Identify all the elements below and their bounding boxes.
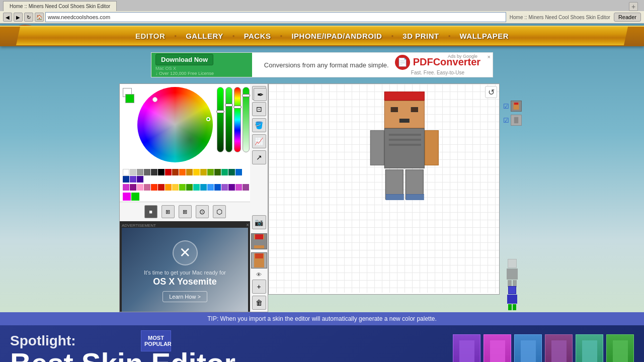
brush-round-btn[interactable]: ⊙ — [196, 205, 209, 218]
swatch-medgreen[interactable] — [186, 184, 193, 191]
saturation-slider[interactable] — [225, 87, 232, 152]
editor-canvas[interactable] — [269, 84, 499, 293]
color-palette-row1 — [120, 167, 250, 184]
tool-add[interactable]: + — [252, 280, 266, 294]
nav-item-3dprint[interactable]: 3D PRINT — [393, 32, 448, 40]
swatch-black[interactable] — [158, 169, 165, 175]
swatch-crimson[interactable] — [158, 184, 165, 191]
layer1-checkbox[interactable]: ☑ — [503, 103, 509, 110]
nav-item-editor[interactable]: EDITOR — [126, 32, 174, 40]
swatch-brightlime[interactable] — [179, 184, 186, 191]
swatch-skyblue[interactable] — [200, 184, 207, 191]
osx-ad-background: ✕ It's time to get your Mac ready for OS… — [122, 228, 248, 312]
swatch-brightgreen[interactable] — [131, 193, 139, 201]
swatch-midblue[interactable] — [214, 184, 221, 191]
swatch-brightred[interactable] — [151, 184, 157, 191]
new-tab-btn[interactable]: + — [629, 2, 638, 11]
skin-thumb-4[interactable] — [545, 334, 573, 363]
hue-slider[interactable] — [234, 87, 241, 152]
swatch-verydark[interactable] — [151, 169, 157, 175]
tool-chart[interactable]: 📈 — [252, 134, 266, 148]
skin-thumb-2[interactable] — [484, 334, 511, 363]
tool-camera[interactable]: 📷 — [252, 215, 266, 229]
skin-thumb-1[interactable] — [453, 334, 480, 363]
swatch-darkgreen[interactable] — [214, 169, 221, 175]
background-swatch[interactable] — [125, 94, 134, 103]
brush-size-medium[interactable]: ⊞ — [162, 205, 175, 218]
swatch-gold[interactable] — [172, 184, 179, 191]
swatch-plum[interactable] — [243, 184, 249, 191]
swatch-gray[interactable] — [137, 169, 143, 175]
skin-gallery — [453, 334, 634, 363]
brush-size-large[interactable]: ⊞ — [179, 205, 192, 218]
address-bar[interactable] — [45, 12, 506, 22]
swatch-indigo[interactable] — [228, 184, 235, 191]
reload-btn[interactable]: ↻ — [24, 13, 33, 22]
home-btn[interactable]: 🏠 — [35, 13, 44, 22]
skin-thumb-3[interactable] — [514, 334, 542, 363]
swatch-teal[interactable] — [221, 169, 228, 175]
reader-btn[interactable]: Reader — [614, 13, 641, 22]
swatch-hotmagenta[interactable] — [123, 193, 131, 201]
color-wheel[interactable] — [137, 87, 213, 162]
swatch-darkgray[interactable] — [144, 169, 150, 175]
swatch-brightorange[interactable] — [165, 184, 172, 191]
canvas-panel[interactable]: ↺ — [268, 83, 500, 295]
tool-share[interactable]: ↗ — [252, 150, 266, 164]
ad-close-button[interactable]: × — [488, 54, 491, 60]
alpha-slider[interactable] — [243, 87, 250, 152]
layer2-checkbox[interactable]: ☑ — [503, 117, 509, 124]
swatch-magenta[interactable] — [123, 184, 129, 191]
swatch-darkorange[interactable] — [186, 169, 193, 175]
learn-how-button[interactable]: Learn How > — [163, 291, 207, 302]
swatch-orchid[interactable] — [235, 184, 242, 191]
nav-item-packs[interactable]: PACKS — [235, 32, 280, 40]
swatch-darkmagenta[interactable] — [130, 184, 136, 191]
visibility-toggle[interactable]: 👁 — [256, 272, 262, 278]
swatch-yellow[interactable] — [193, 169, 200, 175]
layer2-thumb[interactable] — [511, 115, 522, 126]
nav-item-gallery[interactable]: GALLERY — [177, 32, 232, 40]
brush-square-btn[interactable]: ⬡ — [213, 205, 226, 218]
browser-tab[interactable]: Home :: Miners Need Cool Shoes Skin Edit… — [3, 1, 117, 11]
tool-select[interactable]: ⊡ — [252, 102, 266, 116]
swatch-darkteal[interactable] — [228, 169, 235, 175]
swatch-orange[interactable] — [179, 169, 186, 175]
brush-size-small[interactable]: ■ — [144, 205, 157, 218]
swatch-red[interactable] — [165, 169, 172, 175]
swatch-aqua[interactable] — [193, 184, 200, 191]
swatch-darkpurple[interactable] — [137, 176, 143, 183]
forward-btn[interactable]: ▶ — [14, 13, 23, 22]
swatch-lightblue[interactable] — [207, 184, 214, 191]
swatch-darkyellow[interactable] — [200, 169, 207, 175]
nav-item-iphone[interactable]: IPHONE/IPAD/ANDROID — [282, 32, 391, 40]
swatch-violet[interactable] — [221, 184, 228, 191]
reset-button[interactable]: ↺ — [485, 86, 497, 98]
ad-sub-text: ↓ Over 120,000 Free License — [155, 71, 214, 76]
blue-character-preview — [506, 286, 519, 310]
slider-handle-green — [216, 110, 224, 113]
page-background: ⛏️ EDITOR ● GALLERY ● PACKS ● IPHONE/IPA… — [0, 24, 644, 362]
swatch-pink[interactable] — [137, 184, 143, 191]
skin-thumb-5[interactable] — [576, 334, 603, 363]
swatch-purple[interactable] — [130, 176, 136, 183]
eyedropper-button[interactable]: ✒ — [254, 88, 267, 101]
swatch-lightgray[interactable] — [130, 169, 136, 175]
panel-ad-close-button[interactable]: × — [246, 222, 249, 228]
swatch-white[interactable] — [123, 169, 129, 175]
swatch-blue[interactable] — [235, 169, 242, 175]
color-wheel-disc[interactable] — [137, 87, 213, 162]
swatch-darkpink[interactable] — [144, 184, 150, 191]
green-value-slider[interactable] — [217, 87, 224, 152]
swatch-darkred[interactable] — [172, 169, 179, 175]
tool-fill[interactable]: 🪣 — [252, 118, 266, 132]
layer-control-2: ☑ — [503, 115, 522, 126]
tool-delete[interactable]: 🗑 — [252, 296, 266, 310]
layer1-thumb[interactable] — [511, 101, 522, 112]
download-now-button[interactable]: Download Now — [155, 54, 213, 65]
swatch-darkblue[interactable] — [123, 176, 129, 183]
nav-item-wallpaper[interactable]: WALLPAPER — [451, 32, 518, 40]
swatch-lime[interactable] — [207, 169, 214, 175]
skin-thumb-6[interactable] — [606, 334, 634, 363]
back-btn[interactable]: ◀ — [3, 13, 12, 22]
